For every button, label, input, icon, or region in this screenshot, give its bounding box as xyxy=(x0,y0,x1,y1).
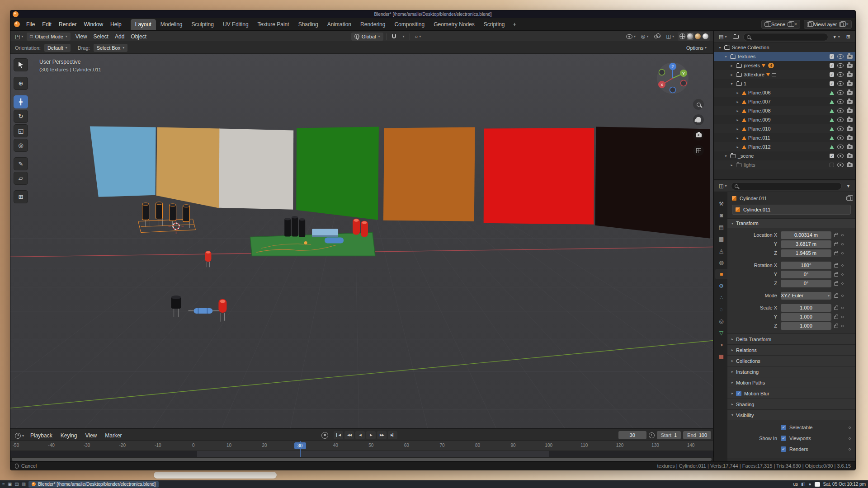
lock-icon[interactable] xyxy=(834,307,838,310)
disclosure-icon[interactable]: ▸ xyxy=(735,109,740,113)
eye-icon[interactable] xyxy=(837,90,844,95)
eye-icon[interactable] xyxy=(837,163,844,167)
exclude-checkbox[interactable]: ✓ xyxy=(830,154,834,158)
mode-dropdown[interactable]: □Object Mode▾ xyxy=(27,33,70,41)
outliner-display-mode[interactable] xyxy=(731,34,741,40)
axis-neg-z-handle[interactable] xyxy=(670,87,676,93)
motion-blur-panel-header[interactable]: ▸ ✓ Motion Blur xyxy=(727,388,855,399)
snap-settings-dropdown[interactable]: ▾ xyxy=(401,33,406,39)
exclude-checkbox[interactable]: ✓ xyxy=(830,63,834,68)
outliner-item-plane-012[interactable]: ▸Plane.012 xyxy=(714,142,855,151)
eye-icon[interactable] xyxy=(837,99,844,104)
viewport-canvas[interactable]: ⊕╋↻◱◎✎▱⊞ User Perspective (30) textures … xyxy=(10,54,713,428)
shading-wireframe-button[interactable] xyxy=(679,33,686,40)
outliner-collection-textures[interactable]: ▾textures✓ xyxy=(714,52,855,61)
properties-tab-scene[interactable]: ◬ xyxy=(715,245,727,256)
scene-3d[interactable] xyxy=(10,54,713,428)
properties-tab-modifiers[interactable]: ⚙ xyxy=(715,281,727,291)
tool-add-cube[interactable]: ⊞ xyxy=(14,190,28,203)
show-overlays-button[interactable]: ▾ xyxy=(652,33,663,39)
play-reverse-button[interactable]: ◀ xyxy=(355,431,365,439)
circuit-board[interactable] xyxy=(250,216,375,256)
eye-icon[interactable] xyxy=(837,145,844,149)
current-frame-field[interactable]: 30 xyxy=(618,431,646,439)
preview-range-icon[interactable] xyxy=(649,432,655,438)
eye-icon[interactable] xyxy=(837,127,844,131)
outliner-item-plane-010[interactable]: ▸Plane.010 xyxy=(714,124,855,133)
tab-geometry-nodes[interactable]: Geometry Nodes xyxy=(429,19,479,30)
disclosure-icon[interactable]: ▸ xyxy=(735,100,740,104)
properties-tab-physics[interactable]: ◌ xyxy=(715,304,727,314)
panel-header-relations[interactable]: ▸Relations xyxy=(727,344,855,355)
outliner-collection--scene[interactable]: ▾_scene✓ xyxy=(714,151,855,160)
proportional-edit-toggle[interactable]: ○▾ xyxy=(413,33,423,40)
camera-icon[interactable] xyxy=(847,64,853,68)
app-menu-icon[interactable]: ≡ xyxy=(2,482,5,487)
transform-panel-header[interactable]: ▾Transform xyxy=(727,218,855,228)
drag-dropdown[interactable]: Select Box▾ xyxy=(94,44,128,52)
animate-dot-icon[interactable] xyxy=(841,307,844,309)
playhead-chip[interactable]: 30 xyxy=(294,442,306,449)
properties-search-input[interactable] xyxy=(731,182,842,190)
options-dropdown[interactable]: Options▾ xyxy=(684,44,708,52)
play-button[interactable]: ▶ xyxy=(366,431,376,439)
add-workspace-button[interactable]: + xyxy=(509,20,520,28)
disclosure-icon[interactable]: ▾ xyxy=(717,46,722,50)
tray-icon[interactable]: ◧ xyxy=(801,482,805,487)
outliner-item-plane-011[interactable]: ▸Plane.011 xyxy=(714,133,855,142)
shading-rendered-button[interactable] xyxy=(702,33,709,40)
blender-menu-icon[interactable] xyxy=(14,21,20,27)
animate-dot-icon[interactable] xyxy=(841,234,844,236)
notification-icon[interactable] xyxy=(815,482,820,487)
texture-plane-green[interactable] xyxy=(296,127,379,220)
camera-icon[interactable] xyxy=(847,127,853,131)
led-object[interactable] xyxy=(205,251,211,267)
animate-dot-icon[interactable] xyxy=(841,252,844,254)
tab-scripting[interactable]: Scripting xyxy=(479,19,509,30)
outliner-item-plane-006[interactable]: ▸Plane.006 xyxy=(714,88,855,97)
camera-icon[interactable] xyxy=(847,145,853,149)
lock-icon[interactable] xyxy=(834,325,838,328)
browse-scene-icon[interactable] xyxy=(764,22,769,27)
camera-icon[interactable] xyxy=(847,91,853,95)
eye-icon[interactable] xyxy=(837,81,844,86)
panel-header-delta-transform[interactable]: ▸Delta Transform xyxy=(727,333,855,344)
properties-tab-data[interactable]: ▽ xyxy=(715,328,727,338)
tool-cursor[interactable]: ⊕ xyxy=(14,77,28,90)
camera-icon[interactable] xyxy=(847,100,853,104)
animate-dot-icon[interactable] xyxy=(849,437,851,440)
tab-sculpting[interactable]: Sculpting xyxy=(187,19,218,30)
camera-icon[interactable] xyxy=(847,55,853,59)
properties-tab-tool[interactable]: ⚒ xyxy=(715,198,727,209)
disclosure-icon[interactable]: ▸ xyxy=(735,136,740,140)
animate-dot-icon[interactable] xyxy=(841,273,844,276)
selected-capacitor-group[interactable] xyxy=(138,202,196,233)
outliner-editor-type-button[interactable]: ▤▾ xyxy=(717,33,728,41)
properties-tab-constraints[interactable]: ◎ xyxy=(715,316,727,326)
disclosure-icon[interactable]: ▸ xyxy=(729,163,734,167)
tool-transform[interactable]: ◎ xyxy=(14,139,28,152)
tab-uv-editing[interactable]: UV Editing xyxy=(218,19,253,30)
scene-selector[interactable]: Scene × xyxy=(761,20,800,29)
remove-viewlayer-icon[interactable]: × xyxy=(846,22,849,27)
viewport-menu-view[interactable]: View xyxy=(72,33,90,41)
panel-header-collections[interactable]: ▸Collections xyxy=(727,355,855,366)
jump-to-prev-keyframe-button[interactable]: ◀◀ xyxy=(344,431,354,439)
menu-file[interactable]: File xyxy=(23,20,38,29)
transform-orientation-dropdown[interactable]: Global▾ xyxy=(351,33,383,41)
launcher-icon[interactable]: ▤ xyxy=(14,482,19,487)
outliner-item-plane-007[interactable]: ▸Plane.007 xyxy=(714,97,855,106)
shading-material-preview-button[interactable] xyxy=(694,33,701,40)
tool-select-box[interactable] xyxy=(14,58,28,71)
eye-icon[interactable] xyxy=(837,136,844,140)
exclude-checkbox[interactable]: ✓ xyxy=(830,81,834,86)
auto-keyframe-toggle[interactable] xyxy=(321,432,328,439)
properties-editor-type-button[interactable]: ◫▾ xyxy=(717,182,728,190)
menu-edit[interactable]: Edit xyxy=(38,20,55,29)
outliner-collection-scene-collection[interactable]: ▾Scene Collection xyxy=(714,43,855,52)
tool-annotate[interactable]: ✎ xyxy=(14,157,28,170)
object-name-field[interactable]: Cylinder.011 xyxy=(732,205,851,215)
unlink-scene-icon[interactable]: × xyxy=(794,22,797,27)
jump-to-start-button[interactable]: ▎◀ xyxy=(334,431,343,439)
texture-planes-group[interactable] xyxy=(90,126,710,238)
